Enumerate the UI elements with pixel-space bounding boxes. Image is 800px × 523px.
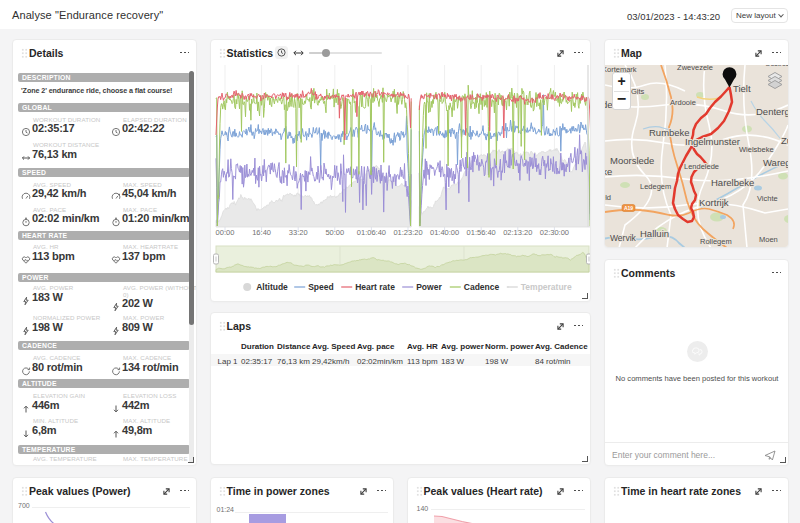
svg-text:50:00: 50:00	[325, 228, 344, 237]
svg-text:Ingelmunster: Ingelmunster	[685, 136, 740, 147]
svg-text:Ledegem: Ledegem	[640, 182, 671, 191]
svg-text:Altitude: Altitude	[256, 282, 288, 292]
svg-text:Harelbeke: Harelbeke	[711, 177, 754, 188]
svg-text:Kortrijk: Kortrijk	[699, 197, 729, 208]
svg-text:Waregem: Waregem	[763, 157, 788, 168]
svg-text:Zulte: Zulte	[781, 135, 788, 146]
svg-text:Speed: Speed	[308, 282, 334, 292]
svg-text:Heart rate: Heart rate	[355, 282, 395, 292]
svg-text:Lendelede: Lendelede	[684, 162, 719, 171]
svg-text:Rumbeke: Rumbeke	[649, 127, 690, 138]
svg-text:Zwevezele: Zwevezele	[677, 65, 713, 72]
svg-text:Halluin: Halluin	[640, 228, 669, 239]
svg-text:16:40: 16:40	[252, 228, 271, 237]
svg-text:Cadence: Cadence	[463, 282, 499, 292]
svg-text:02:13:20: 02:13:20	[503, 228, 532, 237]
svg-text:01:06:40: 01:06:40	[356, 228, 385, 237]
svg-text:A19: A19	[624, 205, 633, 211]
svg-text:Oostrozebe: Oostrozebe	[765, 65, 788, 67]
svg-text:Wervik: Wervik	[610, 233, 637, 243]
svg-text:Moorslede: Moorslede	[610, 155, 654, 166]
svg-text:Wielsbeke: Wielsbeke	[739, 145, 774, 154]
svg-text:01:56:40: 01:56:40	[466, 228, 495, 237]
svg-text:Power: Power	[416, 282, 442, 292]
svg-text:Moen: Moen	[759, 235, 778, 244]
svg-text:Tielt: Tielt	[733, 83, 751, 94]
svg-text:Rollegem: Rollegem	[700, 237, 732, 246]
svg-text:eld: eld	[605, 193, 611, 202]
svg-text:33:20: 33:20	[288, 228, 307, 237]
svg-text:Temperature: Temperature	[520, 282, 571, 292]
svg-text:Gits: Gits	[631, 87, 645, 96]
svg-text:Vichte: Vichte	[757, 194, 778, 203]
svg-text:02:30:00: 02:30:00	[539, 228, 568, 237]
svg-text:Ardooie: Ardooie	[670, 98, 696, 107]
svg-text:01:23:20: 01:23:20	[393, 228, 422, 237]
svg-text:Dentergem: Dentergem	[756, 106, 788, 117]
svg-text:01:40:00: 01:40:00	[429, 228, 458, 237]
svg-text:00:00: 00:00	[215, 228, 234, 237]
svg-text:eke: eke	[605, 166, 612, 177]
